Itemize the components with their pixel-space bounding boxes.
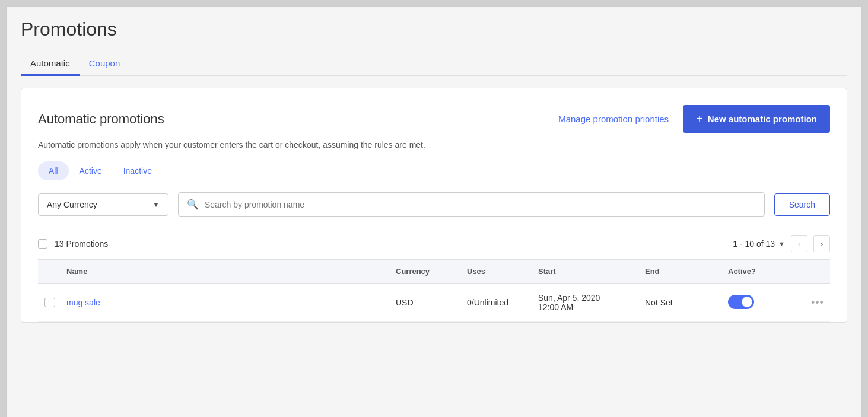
row-start: Sun, Apr 5, 2020 12:00 AM xyxy=(533,293,640,312)
table-row: mug sale USD 0/Unlimited Sun, Apr 5, 202… xyxy=(38,284,830,322)
filter-inactive[interactable]: Inactive xyxy=(113,161,163,180)
tab-coupon[interactable]: Coupon xyxy=(80,52,130,76)
row-currency: USD xyxy=(391,298,462,307)
promotions-count-label: 13 Promotions xyxy=(55,239,108,249)
search-input[interactable] xyxy=(205,200,756,209)
pagination-dropdown-icon[interactable]: ▼ xyxy=(778,240,785,247)
currency-select[interactable]: Any Currency ▼ xyxy=(38,193,168,216)
promotion-name-link[interactable]: mug sale xyxy=(66,298,100,307)
active-toggle[interactable] xyxy=(728,295,754,309)
table-column-headers: Name Currency Uses Start End Active? xyxy=(38,260,830,284)
card-actions: Manage promotion priorities + New automa… xyxy=(558,105,830,133)
table-pagination: 1 - 10 of 13 ▼ ‹ › xyxy=(733,235,830,252)
search-button[interactable]: Search xyxy=(774,193,830,216)
currency-select-label: Any Currency xyxy=(47,200,97,209)
select-all-checkbox[interactable] xyxy=(38,239,47,249)
pagination-info: 1 - 10 of 13 ▼ xyxy=(733,239,785,249)
row-actions: ••• xyxy=(806,297,830,309)
row-checkbox[interactable] xyxy=(44,298,55,307)
new-promotion-button[interactable]: + New automatic promotion xyxy=(683,105,830,133)
select-all-checkbox-cell xyxy=(38,239,47,249)
col-end: End xyxy=(640,267,723,276)
tab-automatic[interactable]: Automatic xyxy=(21,52,80,76)
table-header-row: 13 Promotions 1 - 10 of 13 ▼ ‹ › xyxy=(38,228,830,260)
row-uses: 0/Unlimited xyxy=(462,298,533,307)
row-active-toggle[interactable] xyxy=(723,295,806,311)
row-checkbox-cell xyxy=(38,298,62,307)
pagination-range: 1 - 10 of 13 xyxy=(733,239,775,249)
tabs-container: Automatic Coupon xyxy=(21,52,847,76)
pagination-prev-button[interactable]: ‹ xyxy=(791,235,807,252)
plus-icon: + xyxy=(696,112,703,126)
card-title: Automatic promotions xyxy=(38,112,164,127)
pagination-next-button[interactable]: › xyxy=(813,235,830,252)
col-name: Name xyxy=(62,267,391,276)
filter-row: Any Currency ▼ 🔍 Search xyxy=(38,192,830,217)
card-header: Automatic promotions Manage promotion pr… xyxy=(38,105,830,133)
search-icon: 🔍 xyxy=(187,199,199,210)
filter-all[interactable]: All xyxy=(38,161,69,180)
main-card: Automatic promotions Manage promotion pr… xyxy=(21,88,847,323)
card-description: Automatic promotions apply when your cus… xyxy=(38,140,830,149)
col-uses: Uses xyxy=(462,267,533,276)
col-actions xyxy=(806,267,830,276)
chevron-down-icon: ▼ xyxy=(152,200,160,209)
row-name: mug sale xyxy=(62,298,391,307)
filter-tabs: All Active Inactive xyxy=(38,161,830,180)
table-count: 13 Promotions xyxy=(38,239,108,249)
col-checkbox xyxy=(38,267,62,276)
filter-active[interactable]: Active xyxy=(69,161,113,180)
row-end: Not Set xyxy=(640,298,723,307)
col-active: Active? xyxy=(723,267,806,276)
search-wrapper: 🔍 xyxy=(178,192,765,217)
manage-priorities-link[interactable]: Manage promotion priorities xyxy=(558,114,669,124)
col-start: Start xyxy=(533,267,640,276)
row-menu-button[interactable]: ••• xyxy=(811,297,824,308)
col-currency: Currency xyxy=(391,267,462,276)
new-promotion-label: New automatic promotion xyxy=(708,114,817,124)
page-wrapper: Promotions Automatic Coupon Automatic pr… xyxy=(6,6,862,417)
page-title: Promotions xyxy=(21,18,847,40)
